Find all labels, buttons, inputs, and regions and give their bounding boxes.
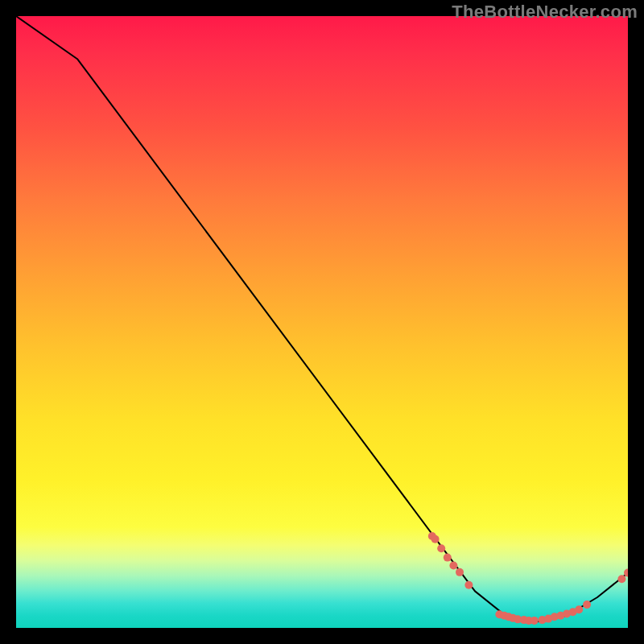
- data-point: [449, 561, 457, 569]
- data-point: [530, 617, 539, 625]
- data-point: [444, 554, 452, 562]
- data-point: [464, 581, 473, 589]
- data-point: [456, 568, 464, 576]
- data-point: [437, 544, 445, 552]
- data-markers: [428, 532, 628, 625]
- data-point: [431, 535, 440, 543]
- bottleneck-curve: [16, 16, 628, 621]
- chart-stage: TheBottleNecker.com: [0, 0, 644, 644]
- data-point: [583, 601, 591, 609]
- data-point: [575, 605, 583, 613]
- chart-overlay: [16, 16, 628, 628]
- watermark-label: TheBottleNecker.com: [452, 2, 638, 23]
- data-point: [617, 575, 625, 583]
- plot-area: [16, 16, 628, 628]
